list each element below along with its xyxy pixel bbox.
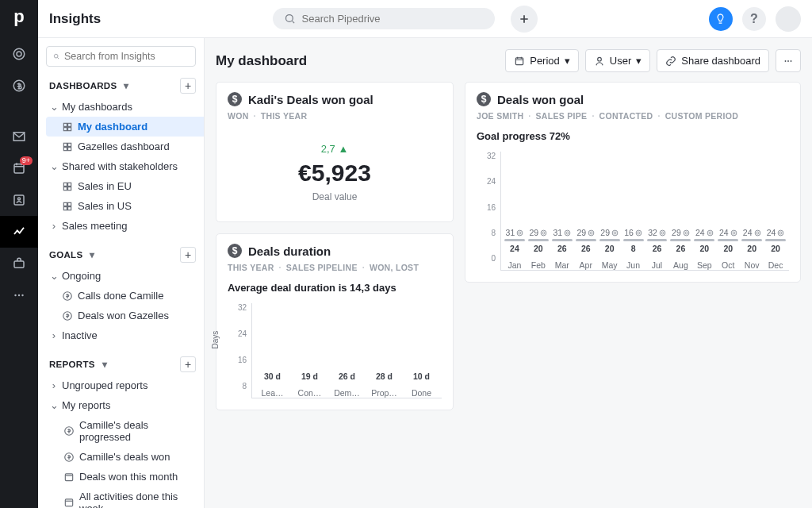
svg-rect-21 xyxy=(68,183,71,186)
target-icon xyxy=(730,229,737,237)
add-dashboard-button[interactable]: + xyxy=(180,78,196,94)
bar: 28 dProp… xyxy=(367,371,401,398)
svg-point-39 xyxy=(517,230,523,236)
svg-point-9 xyxy=(21,294,23,296)
tree-item[interactable]: My dashboard xyxy=(46,117,204,137)
calendar-icon xyxy=(63,497,75,508)
target-icon xyxy=(707,229,714,237)
rail-contacts[interactable] xyxy=(0,184,38,216)
chevron-icon: ⌄ xyxy=(49,270,59,282)
bar: 29 26Apr xyxy=(576,228,596,270)
svg-point-52 xyxy=(661,232,664,234)
tree-item[interactable]: ⌄My reports xyxy=(46,395,204,415)
meta-chip: WON, LOST xyxy=(362,263,419,272)
meta-chip: THIS YEAR xyxy=(228,263,274,272)
user-icon xyxy=(594,56,605,67)
svg-point-58 xyxy=(733,232,735,234)
section-reports[interactable]: REPORTS▾ xyxy=(49,359,113,370)
bar: 24 20Oct xyxy=(718,228,738,270)
svg-point-51 xyxy=(660,230,665,236)
rail-mail[interactable] xyxy=(0,121,38,152)
tree-item[interactable]: Camille's deals progressed xyxy=(46,415,204,447)
rail-insights[interactable] xyxy=(0,216,38,248)
tree-item[interactable]: All activities done this week xyxy=(46,487,204,508)
add-goal-button[interactable]: + xyxy=(180,247,196,263)
target-icon xyxy=(516,229,523,237)
tree-item[interactable]: ⌄My dashboards xyxy=(46,97,204,117)
dots-icon xyxy=(783,56,794,67)
section-goals[interactable]: GOALS▾ xyxy=(49,249,100,260)
svg-point-41 xyxy=(541,230,546,236)
chevron-icon: › xyxy=(49,220,59,232)
target-icon xyxy=(777,229,784,237)
meta-chip: CUSTOM PERIOD xyxy=(657,111,738,121)
svg-point-42 xyxy=(542,232,545,234)
rail-more[interactable] xyxy=(0,279,38,311)
rail-deals[interactable] xyxy=(0,70,38,102)
tree-item[interactable]: ›Ungrouped reports xyxy=(46,375,204,395)
svg-point-47 xyxy=(612,230,618,236)
bar: 24 20Nov xyxy=(741,228,762,270)
tree-item[interactable]: Gazelles dashboard xyxy=(46,137,204,156)
svg-rect-6 xyxy=(14,261,24,267)
svg-point-1 xyxy=(13,48,25,60)
global-search[interactable] xyxy=(273,8,495,29)
svg-rect-27 xyxy=(68,206,71,210)
card-title: Deals duration xyxy=(248,244,331,258)
user-avatar[interactable] xyxy=(776,6,801,32)
svg-point-62 xyxy=(779,232,782,234)
insights-search[interactable] xyxy=(46,46,196,67)
chevron-icon: › xyxy=(49,379,59,391)
tree-item[interactable]: Camille's deals won xyxy=(46,447,204,467)
duration-card: $Deals duration THIS YEARSALES PIPELINEW… xyxy=(216,233,454,410)
svg-rect-3 xyxy=(14,164,24,173)
tree-item[interactable]: ›Sales meeting xyxy=(46,216,204,236)
share-dashboard-button[interactable]: Share dashboard xyxy=(657,49,769,72)
card-title: Deals won goal xyxy=(497,93,584,106)
tree-item[interactable]: ⌄Ongoing xyxy=(46,266,204,286)
tree-item[interactable]: Calls done Camille xyxy=(46,286,204,306)
chevron-icon: ⌄ xyxy=(49,101,59,113)
quick-add-button[interactable] xyxy=(511,6,538,33)
svg-point-49 xyxy=(636,230,642,236)
svg-rect-26 xyxy=(63,206,67,210)
link-icon xyxy=(665,56,676,67)
svg-rect-18 xyxy=(63,147,67,150)
svg-point-40 xyxy=(519,232,521,234)
rail-leads[interactable] xyxy=(0,38,38,70)
target-icon xyxy=(754,229,761,237)
bar: 29 20May xyxy=(599,228,620,270)
insights-search-input[interactable] xyxy=(64,51,189,62)
section-dashboards[interactable]: DASHBOARDS▾ xyxy=(49,80,134,91)
global-search-input[interactable] xyxy=(302,13,484,25)
tree-item[interactable]: Deals won Gazelles xyxy=(46,306,204,325)
tips-button[interactable] xyxy=(709,7,733,31)
period-filter[interactable]: Period▾ xyxy=(505,49,579,72)
kpi-label: Deal value xyxy=(216,191,453,202)
rail-calendar[interactable]: 9+ xyxy=(0,152,38,184)
bar: 19 dCon… xyxy=(293,371,327,398)
chevron-down-icon: ▾ xyxy=(636,55,642,67)
tree-item[interactable]: ›Inactive xyxy=(46,325,204,345)
svg-rect-19 xyxy=(68,147,71,150)
help-button[interactable]: ? xyxy=(742,7,766,31)
rail-products[interactable] xyxy=(0,248,38,279)
add-report-button[interactable]: + xyxy=(180,356,196,372)
svg-rect-17 xyxy=(68,143,71,146)
user-filter[interactable]: User▾ xyxy=(585,49,650,72)
svg-rect-14 xyxy=(63,127,67,130)
svg-point-56 xyxy=(709,232,711,234)
meta-chip: WON xyxy=(228,111,249,121)
more-options-button[interactable] xyxy=(776,49,801,72)
svg-point-8 xyxy=(18,294,20,296)
tree-item[interactable]: Sales in EU xyxy=(46,176,204,196)
tree-item[interactable]: Deals won this month xyxy=(46,467,204,487)
page-title: Insights xyxy=(49,11,101,27)
svg-rect-20 xyxy=(63,183,67,186)
tree-item[interactable]: ⌄Shared with stakeholders xyxy=(46,156,204,176)
dashboard-title: My dashboard xyxy=(216,53,307,69)
svg-point-35 xyxy=(597,57,601,61)
svg-rect-22 xyxy=(63,187,67,190)
svg-point-44 xyxy=(566,232,569,234)
tree-item[interactable]: Sales in US xyxy=(46,196,204,216)
